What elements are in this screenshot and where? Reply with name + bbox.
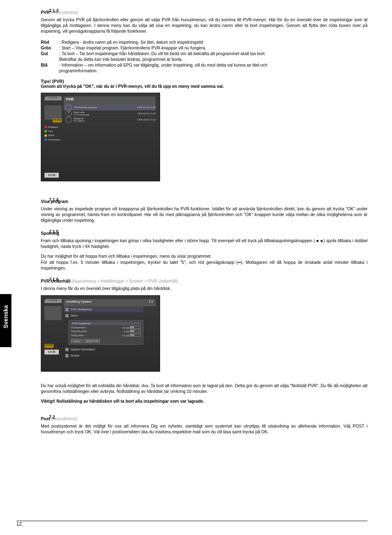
body-715a: Fram och tillbaka spolning i inspelninge… [41, 238, 368, 249]
color-shortcut-table: Röd: Redigera - ändra namn på en inspeln… [41, 39, 368, 74]
btn-reset-pvr: Nulstil PVR [84, 339, 100, 343]
pvr-menu-screenshot: FORCE PVR KIOSK The Preview Channel19/8 … [41, 93, 160, 181]
menu-item-sysinfo: System information [64, 346, 143, 352]
color-yellow-label: Gul [41, 51, 59, 62]
color-green-desc: : Start – Visar inspelat program. Fjärrk… [59, 45, 368, 51]
tips-label: Tips! (PVR) [41, 79, 368, 84]
color-blue-label: Blå [41, 62, 59, 74]
section-number-714: 7.1.4 [49, 197, 58, 202]
kiosk-badge: KIOSK [53, 118, 62, 123]
section-number-716: 7.1.6 [49, 277, 58, 282]
body-713: Genom att trycka PVR på fjärrkontrollen … [41, 17, 368, 34]
settings-header: Innstilling System7.2 [64, 299, 156, 306]
tips-text: Genom att trycka på "OK", när du är i PV… [41, 84, 368, 89]
recording-row: Bärgarna TV 1000 119/8 13:10 | 0:13 [64, 117, 156, 123]
recording-row: The Preview Channel19/8 13:10 | 0:33 [64, 105, 156, 111]
language-tab: Svenska [0, 294, 11, 347]
page-number: 12 [16, 521, 22, 527]
menu-item-motor: Motor [64, 312, 143, 319]
body-715b: Du har möjlighet för att hoppa fram och … [41, 253, 368, 271]
preview-thumbnail [45, 306, 62, 320]
pvr-maintenance-screenshot: FORCE Innstilling System7.2 PVR Vedlikeh… [41, 295, 160, 372]
menu-item-exit: Avslutt [64, 352, 143, 359]
breadcrumb-716: (Huvudmeny > Inställningar > System > PV… [72, 279, 178, 283]
menu-item-pvr-maint: PVR Vedlikehold [64, 306, 143, 312]
color-yellow-desc: : Ta bort – Tar bort inspelningar från h… [59, 51, 368, 62]
recording-row: 3Ricki Lake TV 3 Danmark19/8 13:14 | 0:0… [64, 111, 156, 117]
breadcrumb-72: (Huvudmeny) [51, 416, 77, 421]
color-red-label: Röd [41, 39, 59, 45]
disk-panel: PVR Vedlikehold Diskstørrelse:76 GB Anve… [69, 320, 143, 345]
sidebar-play: Visa [45, 130, 60, 132]
color-green-label: Grön [41, 45, 59, 51]
color-red-desc: : Redigera - ändra namn på en inspelning… [59, 39, 368, 45]
logo: FORCE [45, 96, 62, 100]
section-number-713: 7.1.3 [49, 8, 58, 13]
warning-716: Viktigt! Nollställning av hårddisken vil… [41, 398, 368, 404]
sidebar-info: Information [45, 138, 60, 141]
sidebar-edit: Redigera [45, 126, 60, 128]
body-716: I denna meny får du en översikt över til… [41, 285, 368, 291]
body-716b: Du har också möjlighet för att nollställ… [41, 383, 368, 394]
clock: 14:38 [45, 173, 59, 178]
sidebar-delete: Stänk [45, 134, 60, 136]
body-714: Under visning av inspelade program vill … [41, 206, 368, 223]
section-number-715: 7.1.5 [49, 229, 58, 234]
section-number-72: 7.2 [49, 415, 55, 419]
btn-close: Avslutt [71, 339, 82, 343]
color-blue-desc: : Information – om information på EPG va… [59, 62, 368, 74]
kiosk-badge: KIOSK [45, 344, 53, 348]
clock: 14:38 [45, 350, 59, 354]
body-72: Med postsystemet är det möjligt för oss … [41, 423, 368, 435]
logo: FORCE [45, 299, 62, 303]
pvr-header: PVR [64, 96, 156, 105]
preview-thumbnail [45, 105, 62, 120]
